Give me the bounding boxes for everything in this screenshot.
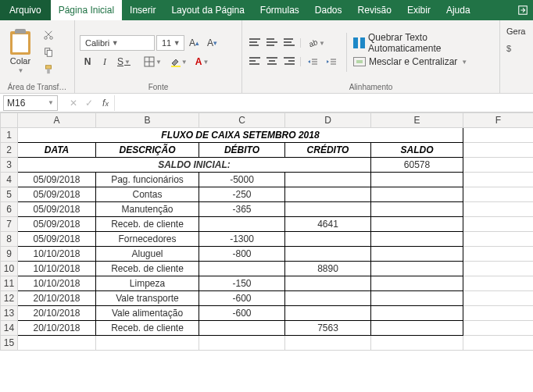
grow-font-button[interactable]: A▴ (186, 35, 202, 51)
row-header[interactable]: 8 (1, 232, 18, 247)
cell[interactable] (371, 232, 463, 247)
cell[interactable]: 10/10/2018 (18, 247, 96, 262)
cell[interactable]: 20/10/2018 (18, 321, 96, 336)
font-color-button[interactable]: A ▼ (192, 54, 213, 69)
cell[interactable] (18, 336, 96, 351)
cell[interactable] (463, 173, 534, 187)
cell[interactable] (463, 291, 534, 306)
cell[interactable]: Manutenção (96, 202, 199, 217)
paste-button[interactable]: Colar ▼ (5, 31, 36, 74)
share-icon[interactable] (513, 0, 533, 20)
cell[interactable]: Limpeza (96, 276, 199, 291)
bold-button[interactable]: N (80, 54, 95, 69)
cell[interactable]: Pag. funcionários (96, 173, 199, 187)
format-painter-button[interactable] (41, 62, 56, 77)
cell[interactable]: 05/09/2018 (18, 202, 96, 217)
select-all-corner[interactable] (1, 113, 18, 128)
align-top-button[interactable] (247, 35, 263, 49)
row-header[interactable]: 13 (1, 306, 18, 321)
tab-file[interactable]: Arquivo (0, 0, 51, 20)
row-header[interactable]: 11 (1, 276, 18, 291)
align-middle-button[interactable] (264, 35, 280, 49)
cell[interactable] (371, 276, 463, 291)
cell[interactable] (463, 276, 534, 291)
cell[interactable]: Contas (96, 187, 199, 202)
cell[interactable]: -250 (199, 187, 285, 202)
cell[interactable] (371, 291, 463, 306)
row-header[interactable]: 14 (1, 321, 18, 336)
decrease-indent-button[interactable] (304, 54, 321, 69)
cancel-formula-button[interactable]: ✕ (66, 98, 81, 109)
row-header[interactable]: 12 (1, 291, 18, 306)
cell[interactable]: Receb. de cliente (96, 321, 199, 336)
cell[interactable]: SALDO (371, 143, 463, 158)
cell[interactable]: -150 (199, 276, 285, 291)
cell[interactable]: 20/10/2018 (18, 291, 96, 306)
cell[interactable]: Fornecedores (96, 232, 199, 247)
cell[interactable] (463, 202, 534, 217)
cell[interactable]: 8890 (285, 262, 371, 276)
cell[interactable]: -600 (199, 291, 285, 306)
copy-button[interactable] (41, 45, 56, 59)
tab-insert[interactable]: Inserir (122, 0, 163, 20)
cell[interactable]: 05/09/2018 (18, 187, 96, 202)
col-header-B[interactable]: B (96, 113, 199, 128)
italic-button[interactable]: I (97, 54, 113, 69)
cell[interactable] (285, 336, 371, 351)
cell[interactable] (371, 336, 463, 351)
cell[interactable]: -5000 (199, 173, 285, 187)
wrap-text-button[interactable]: Quebrar Texto Automaticamente (353, 35, 495, 51)
row-header[interactable]: 6 (1, 202, 18, 217)
cell[interactable]: Receb. de cliente (96, 262, 199, 276)
cell[interactable] (285, 247, 371, 262)
cell[interactable] (463, 262, 534, 276)
worksheet-grid[interactable]: A B C D E F 1 FLUXO DE CAIXA SETEMBRO 20… (0, 112, 533, 351)
cell[interactable]: Vale transporte (96, 291, 199, 306)
cell[interactable] (463, 321, 534, 336)
row-header[interactable]: 2 (1, 143, 18, 158)
underline-button[interactable]: S▼ (114, 54, 134, 69)
accept-formula-button[interactable]: ✓ (81, 98, 97, 109)
cell[interactable]: 20/10/2018 (18, 306, 96, 321)
cell[interactable]: 60578 (371, 158, 463, 173)
cell[interactable] (371, 202, 463, 217)
shrink-font-button[interactable]: A▾ (204, 35, 220, 51)
cell[interactable]: 4641 (285, 217, 371, 232)
cell[interactable]: FLUXO DE CAIXA SETEMBRO 2018 (18, 128, 463, 143)
cell[interactable] (285, 232, 371, 247)
tab-help[interactable]: Ajuda (438, 0, 478, 20)
cell[interactable] (285, 306, 371, 321)
orientation-button[interactable]: ab ▼ (304, 35, 328, 51)
cell[interactable]: DESCRIÇÃO (96, 143, 199, 158)
cell[interactable]: 05/09/2018 (18, 173, 96, 187)
cell[interactable]: 10/10/2018 (18, 276, 96, 291)
cell[interactable]: 05/09/2018 (18, 232, 96, 247)
cell[interactable] (463, 187, 534, 202)
number-format-combo[interactable]: Gera $ (505, 23, 527, 59)
cell[interactable]: Receb. de cliente (96, 217, 199, 232)
col-header-D[interactable]: D (285, 113, 371, 128)
name-box[interactable]: M16 ▼ (3, 95, 58, 111)
cell[interactable] (371, 217, 463, 232)
align-bottom-button[interactable] (281, 35, 297, 49)
formula-input[interactable] (114, 95, 533, 111)
cell[interactable] (463, 158, 534, 173)
cell[interactable] (463, 247, 534, 262)
cell[interactable]: Vale alimentação (96, 306, 199, 321)
align-center-button[interactable] (264, 54, 280, 68)
col-header-E[interactable]: E (371, 113, 463, 128)
cell[interactable]: DÉBITO (199, 143, 285, 158)
tab-home[interactable]: Página Inicial (51, 0, 122, 20)
cell[interactable] (463, 232, 534, 247)
cell[interactable] (199, 321, 285, 336)
cell[interactable] (285, 187, 371, 202)
cell[interactable]: -600 (199, 306, 285, 321)
borders-button[interactable]: ▼ (141, 54, 165, 69)
fill-color-button[interactable]: ▼ (166, 54, 191, 69)
col-header-A[interactable]: A (18, 113, 96, 128)
cell[interactable] (285, 276, 371, 291)
cell[interactable]: 10/10/2018 (18, 262, 96, 276)
cell[interactable] (371, 187, 463, 202)
cell[interactable] (285, 291, 371, 306)
fx-button[interactable]: fx (97, 98, 114, 109)
